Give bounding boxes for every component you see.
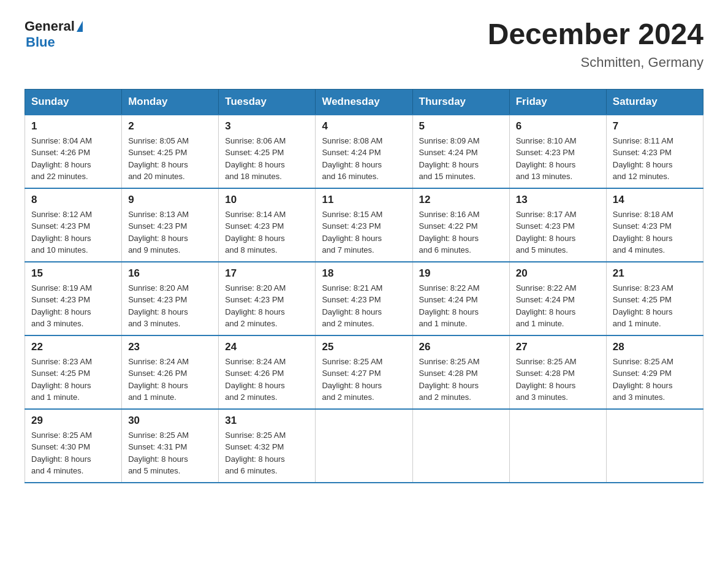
table-row: 8Sunrise: 8:12 AMSunset: 4:23 PMDaylight… xyxy=(25,188,122,262)
day-info: Sunrise: 8:16 AMSunset: 4:22 PMDaylight:… xyxy=(419,209,503,256)
col-thursday: Thursday xyxy=(412,89,509,115)
table-row: 15Sunrise: 8:19 AMSunset: 4:23 PMDayligh… xyxy=(25,262,122,335)
table-row: 7Sunrise: 8:11 AMSunset: 4:23 PMDaylight… xyxy=(606,115,703,188)
table-row: 19Sunrise: 8:22 AMSunset: 4:24 PMDayligh… xyxy=(412,262,509,335)
day-info: Sunrise: 8:05 AMSunset: 4:25 PMDaylight:… xyxy=(128,135,212,183)
day-info: Sunrise: 8:14 AMSunset: 4:23 PMDaylight:… xyxy=(225,209,309,256)
calendar-week-row: 29Sunrise: 8:25 AMSunset: 4:30 PMDayligh… xyxy=(25,409,703,483)
table-row: 5Sunrise: 8:09 AMSunset: 4:24 PMDaylight… xyxy=(412,115,509,188)
day-number: 17 xyxy=(225,267,309,280)
day-info: Sunrise: 8:25 AMSunset: 4:27 PMDaylight:… xyxy=(322,356,406,404)
day-info: Sunrise: 8:22 AMSunset: 4:24 PMDaylight:… xyxy=(516,282,600,330)
day-number: 5 xyxy=(419,120,503,132)
table-row: 14Sunrise: 8:18 AMSunset: 4:23 PMDayligh… xyxy=(606,188,703,262)
day-info: Sunrise: 8:18 AMSunset: 4:23 PMDaylight:… xyxy=(613,209,697,256)
day-number: 2 xyxy=(128,120,212,132)
day-info: Sunrise: 8:10 AMSunset: 4:23 PMDaylight:… xyxy=(516,135,600,183)
calendar-week-row: 1Sunrise: 8:04 AMSunset: 4:26 PMDaylight… xyxy=(25,115,703,188)
col-sunday: Sunday xyxy=(25,89,122,115)
day-info: Sunrise: 8:19 AMSunset: 4:23 PMDaylight:… xyxy=(31,282,115,330)
col-monday: Monday xyxy=(122,89,219,115)
table-row: 27Sunrise: 8:25 AMSunset: 4:28 PMDayligh… xyxy=(509,335,606,409)
day-info: Sunrise: 8:15 AMSunset: 4:23 PMDaylight:… xyxy=(322,209,406,256)
day-number: 16 xyxy=(128,267,212,280)
table-row: 20Sunrise: 8:22 AMSunset: 4:24 PMDayligh… xyxy=(509,262,606,335)
table-row: 28Sunrise: 8:25 AMSunset: 4:29 PMDayligh… xyxy=(606,335,703,409)
day-number: 23 xyxy=(128,341,212,353)
calendar-week-row: 15Sunrise: 8:19 AMSunset: 4:23 PMDayligh… xyxy=(25,262,703,335)
day-info: Sunrise: 8:24 AMSunset: 4:26 PMDaylight:… xyxy=(225,356,309,404)
table-row: 25Sunrise: 8:25 AMSunset: 4:27 PMDayligh… xyxy=(316,335,412,409)
day-info: Sunrise: 8:20 AMSunset: 4:23 PMDaylight:… xyxy=(128,282,212,330)
col-tuesday: Tuesday xyxy=(219,89,316,115)
day-number: 6 xyxy=(516,120,600,132)
day-info: Sunrise: 8:25 AMSunset: 4:30 PMDaylight:… xyxy=(31,429,115,477)
day-number: 26 xyxy=(419,341,503,353)
day-number: 30 xyxy=(128,415,212,427)
day-number: 3 xyxy=(225,120,309,132)
table-row: 26Sunrise: 8:25 AMSunset: 4:28 PMDayligh… xyxy=(412,335,509,409)
table-row: 10Sunrise: 8:14 AMSunset: 4:23 PMDayligh… xyxy=(219,188,316,262)
day-info: Sunrise: 8:13 AMSunset: 4:23 PMDaylight:… xyxy=(128,209,212,256)
day-info: Sunrise: 8:24 AMSunset: 4:26 PMDaylight:… xyxy=(128,356,212,404)
logo-triangle-icon xyxy=(77,21,83,32)
month-title: December 2024 xyxy=(488,18,703,51)
table-row xyxy=(606,409,703,483)
day-number: 4 xyxy=(322,120,406,132)
title-section: December 2024 Schmitten, Germany xyxy=(488,18,703,71)
day-info: Sunrise: 8:25 AMSunset: 4:32 PMDaylight:… xyxy=(225,429,309,477)
table-row: 18Sunrise: 8:21 AMSunset: 4:23 PMDayligh… xyxy=(316,262,412,335)
table-row: 1Sunrise: 8:04 AMSunset: 4:26 PMDaylight… xyxy=(25,115,122,188)
col-wednesday: Wednesday xyxy=(316,89,412,115)
day-info: Sunrise: 8:23 AMSunset: 4:25 PMDaylight:… xyxy=(31,356,115,404)
calendar-week-row: 8Sunrise: 8:12 AMSunset: 4:23 PMDaylight… xyxy=(25,188,703,262)
table-row xyxy=(509,409,606,483)
table-row: 23Sunrise: 8:24 AMSunset: 4:26 PMDayligh… xyxy=(122,335,219,409)
logo-blue-text: Blue xyxy=(26,34,55,50)
calendar-table: Sunday Monday Tuesday Wednesday Thursday… xyxy=(25,89,703,483)
logo-general-text: General xyxy=(25,18,75,34)
day-info: Sunrise: 8:25 AMSunset: 4:31 PMDaylight:… xyxy=(128,429,212,477)
day-info: Sunrise: 8:17 AMSunset: 4:23 PMDaylight:… xyxy=(516,209,600,256)
table-row: 30Sunrise: 8:25 AMSunset: 4:31 PMDayligh… xyxy=(122,409,219,483)
logo: General Blue xyxy=(25,18,83,50)
location-subtitle: Schmitten, Germany xyxy=(488,55,703,71)
day-number: 7 xyxy=(613,120,697,132)
table-row: 9Sunrise: 8:13 AMSunset: 4:23 PMDaylight… xyxy=(122,188,219,262)
day-info: Sunrise: 8:25 AMSunset: 4:29 PMDaylight:… xyxy=(613,356,697,404)
day-number: 1 xyxy=(31,120,115,132)
day-number: 14 xyxy=(613,194,697,206)
table-row: 31Sunrise: 8:25 AMSunset: 4:32 PMDayligh… xyxy=(219,409,316,483)
table-row: 13Sunrise: 8:17 AMSunset: 4:23 PMDayligh… xyxy=(509,188,606,262)
day-info: Sunrise: 8:04 AMSunset: 4:26 PMDaylight:… xyxy=(31,135,115,183)
table-row: 12Sunrise: 8:16 AMSunset: 4:22 PMDayligh… xyxy=(412,188,509,262)
calendar-week-row: 22Sunrise: 8:23 AMSunset: 4:25 PMDayligh… xyxy=(25,335,703,409)
table-row: 6Sunrise: 8:10 AMSunset: 4:23 PMDaylight… xyxy=(509,115,606,188)
day-number: 19 xyxy=(419,267,503,280)
table-row: 21Sunrise: 8:23 AMSunset: 4:25 PMDayligh… xyxy=(606,262,703,335)
day-number: 20 xyxy=(516,267,600,280)
table-row xyxy=(316,409,412,483)
table-row xyxy=(412,409,509,483)
day-number: 12 xyxy=(419,194,503,206)
day-number: 29 xyxy=(31,415,115,427)
day-info: Sunrise: 8:08 AMSunset: 4:24 PMDaylight:… xyxy=(322,135,406,183)
table-row: 22Sunrise: 8:23 AMSunset: 4:25 PMDayligh… xyxy=(25,335,122,409)
day-number: 18 xyxy=(322,267,406,280)
day-number: 22 xyxy=(31,341,115,353)
table-row: 29Sunrise: 8:25 AMSunset: 4:30 PMDayligh… xyxy=(25,409,122,483)
table-row: 4Sunrise: 8:08 AMSunset: 4:24 PMDaylight… xyxy=(316,115,412,188)
col-saturday: Saturday xyxy=(606,89,703,115)
table-row: 2Sunrise: 8:05 AMSunset: 4:25 PMDaylight… xyxy=(122,115,219,188)
page-header: General Blue December 2024 Schmitten, Ge… xyxy=(25,18,703,71)
day-number: 8 xyxy=(31,194,115,206)
day-number: 15 xyxy=(31,267,115,280)
table-row: 11Sunrise: 8:15 AMSunset: 4:23 PMDayligh… xyxy=(316,188,412,262)
table-row: 3Sunrise: 8:06 AMSunset: 4:25 PMDaylight… xyxy=(219,115,316,188)
day-info: Sunrise: 8:06 AMSunset: 4:25 PMDaylight:… xyxy=(225,135,309,183)
calendar-header-row: Sunday Monday Tuesday Wednesday Thursday… xyxy=(25,89,703,115)
col-friday: Friday xyxy=(509,89,606,115)
day-number: 13 xyxy=(516,194,600,206)
table-row: 17Sunrise: 8:20 AMSunset: 4:23 PMDayligh… xyxy=(219,262,316,335)
day-number: 24 xyxy=(225,341,309,353)
